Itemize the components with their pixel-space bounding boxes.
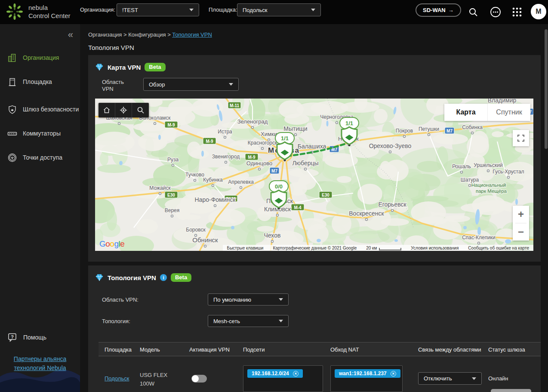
city-dot	[389, 151, 391, 153]
map-city-label: Владимир	[488, 99, 517, 104]
partial-button[interactable]	[491, 389, 531, 392]
breadcrumb-vpn-topology-link[interactable]: Топология VPN	[172, 31, 212, 38]
info-icon[interactable]: i	[160, 274, 167, 281]
map-city-label: Рошаль	[452, 164, 471, 170]
map-city-label: Обнинск	[192, 236, 218, 244]
chevron-down-icon	[311, 9, 315, 11]
vpn-activation-toggle[interactable]	[191, 375, 207, 383]
topology-area-select-value: По умолчанию	[213, 296, 251, 303]
google-map[interactable]: M-11M-9M-9M-9М7М7М7М7E30E30E101M-4Национ…	[95, 99, 533, 251]
sidebar-item-label: Шлюз безопасности	[23, 106, 79, 113]
city-dot	[159, 193, 161, 195]
vpn-map-card: Карта VPN Beta Область VPN Обзор M-11M-9…	[88, 55, 541, 262]
google-logo: Google	[99, 239, 124, 249]
map-terms[interactable]: Условия использования	[411, 246, 459, 250]
area-link-select[interactable]: Отключить	[418, 372, 482, 385]
city-dot	[471, 132, 474, 134]
map-zoom-control: + −	[513, 206, 529, 241]
map-toolbar	[99, 103, 149, 117]
more-options-button[interactable]	[488, 4, 503, 20]
map-type-switch: Карта Спутник	[444, 104, 530, 121]
city-dot	[295, 134, 297, 136]
sidebar-item-site[interactable]: Площадка	[0, 70, 80, 94]
brand[interactable]: nebula Control Center	[5, 2, 71, 21]
sidebar-item-ap[interactable]: Точки доступа	[0, 145, 80, 170]
city-dot	[461, 171, 463, 173]
city-dot	[172, 164, 174, 167]
site-link[interactable]: Подольск	[105, 375, 129, 382]
subnets-box[interactable]: 192.168.12.0/24✕	[243, 365, 323, 392]
map-city-label: Боровск	[186, 227, 206, 233]
vpn-map-card-header: Карта VPN Beta	[95, 63, 166, 71]
map-city-label: Зеленоград	[237, 118, 268, 125]
chevron-down-icon	[279, 298, 283, 301]
chevron-down-icon	[229, 83, 233, 86]
site-select[interactable]: Подольск	[237, 3, 321, 16]
city-dot	[305, 168, 307, 170]
chevron-down-icon	[472, 377, 476, 380]
breadcrumb-organization[interactable]: Организация	[88, 31, 122, 38]
sidebar: « ОрганизацияПлощадкаШлюз безопасностиКо…	[0, 24, 80, 392]
apps-grid-button[interactable]	[509, 4, 525, 20]
org-select[interactable]: !TEST	[117, 3, 199, 16]
home-icon	[102, 106, 111, 114]
map-home-button[interactable]	[99, 103, 115, 117]
site-label: Площадка:	[209, 6, 237, 13]
map-type-satellite-button[interactable]: Спутник	[487, 104, 530, 121]
table-header-6: Статус шлюза	[488, 343, 525, 357]
beta-badge: Beta	[171, 273, 191, 282]
topology-select[interactable]: Mesh-сеть	[208, 315, 289, 327]
svg-text:M-9: M-9	[206, 139, 213, 144]
city-dot	[212, 185, 214, 187]
city-dot	[487, 170, 490, 172]
breadcrumb: Организация > Конфигурация > Топология V…	[88, 31, 212, 38]
remove-icon[interactable]: ✕	[293, 371, 299, 377]
sidebar-collapse-button[interactable]: «	[68, 29, 73, 40]
sidebar-item-help[interactable]: ? Помощь	[7, 332, 46, 343]
sidebar-item-switch[interactable]: Коммутаторы	[0, 121, 80, 145]
map-city-label: Руза	[167, 157, 179, 163]
vpn-area-select[interactable]: Обзор	[143, 78, 239, 91]
city-dot	[271, 241, 274, 243]
sidebar-item-organization[interactable]: Организация	[0, 46, 80, 70]
map-shortcuts[interactable]: Быстрые клавиши	[227, 246, 264, 250]
city-dot	[366, 219, 368, 221]
map-city-label: Наро-Фоминск	[195, 196, 236, 203]
sidebar-item-label: Коммутаторы	[23, 130, 61, 137]
map-locate-button[interactable]	[115, 103, 132, 117]
breadcrumb-configuration[interactable]: Конфигурация	[128, 31, 166, 38]
nat-box[interactable]: wan1:192.168.1.237✕	[330, 365, 403, 392]
topology-area-select[interactable]: По умолчанию	[208, 293, 289, 306]
tag-chip[interactable]: 192.168.12.0/24✕	[247, 369, 303, 378]
access-point-icon	[7, 153, 17, 163]
map-city-label: Апрелевка	[228, 179, 254, 185]
sdwan-button[interactable]: SD-WAN →	[416, 3, 461, 17]
map-search-button[interactable]	[132, 103, 149, 117]
map-type-map-button[interactable]: Карта	[444, 104, 487, 121]
zoom-in-button[interactable]: +	[513, 206, 529, 223]
road-badge: M-11	[228, 102, 241, 108]
zoom-out-button[interactable]: −	[513, 223, 529, 241]
topology-area-label: Область VPN:	[102, 296, 139, 303]
scrollbar-thumb[interactable]	[545, 29, 548, 149]
park-label: парк Мещёра	[476, 188, 507, 194]
organization-icon	[7, 53, 17, 63]
topology-table: ПлощадкаМодельАктивация VPNПодсетиОбход …	[99, 342, 541, 392]
topology-select-value: Mesh-сеть	[213, 318, 240, 324]
search-button[interactable]	[465, 4, 481, 20]
map-canvas: M-11M-9M-9M-9М7М7М7М7E30E30E101M-4Национ…	[95, 99, 533, 251]
gateway-status: Онлайн	[488, 375, 508, 382]
tag-chip[interactable]: wan1:192.168.1.237✕	[335, 369, 400, 378]
remove-icon[interactable]: ✕	[391, 371, 396, 377]
toggle-knob	[192, 375, 199, 382]
partner-link[interactable]: Партнеры альянса технологий Nebula	[0, 355, 80, 373]
avatar[interactable]: M	[531, 4, 546, 19]
tag-chip-label: 192.168.12.0/24	[252, 370, 289, 377]
map-fullscreen-button[interactable]	[513, 130, 529, 146]
sidebar-item-gateway[interactable]: Шлюз безопасности	[0, 97, 80, 121]
city-dot	[204, 245, 206, 247]
map-report[interactable]: Сообщить об ошибке на карте	[468, 246, 529, 250]
city-dot	[194, 179, 196, 182]
marker-tunnel-count: 0/0	[275, 183, 283, 190]
nebula-logo-icon	[5, 2, 24, 21]
